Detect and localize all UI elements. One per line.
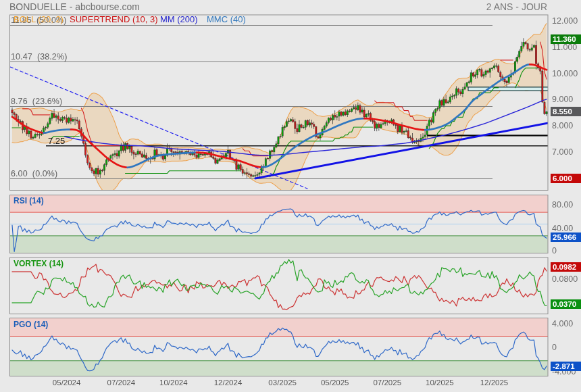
pgo-value-badge: -2.871 (551, 362, 581, 371)
fib-level-label: 8.76 (23.6%) (11, 97, 62, 106)
chart-canvas[interactable] (0, 0, 581, 392)
timeframe-label: 2 ANS - JOUR (486, 1, 547, 12)
month-axis-label: 12/2024 (213, 378, 244, 387)
month-axis-label: 07/2024 (105, 378, 136, 387)
month-axis-label: 07/2025 (372, 378, 403, 387)
rsi-axis-label: 0 (552, 246, 557, 255)
month-axis-label: 10/2025 (424, 378, 455, 387)
legend-item-mm200: MM (200) (160, 14, 198, 24)
vortex-axis-label: 0.0800 (552, 274, 578, 284)
month-axis-label: 05/2024 (51, 378, 82, 387)
legend-item-supertrend: SUPERTREND (10, 3) (70, 14, 158, 24)
pgo-axis-label: 4.000 (552, 319, 573, 328)
price-badge-last-price: 8.550 (551, 107, 581, 116)
month-axis-label: 10/2024 (158, 378, 189, 387)
vortex-panel-title: VORTEX (14) (14, 259, 64, 268)
price-badge-period-low: 6.000 (551, 174, 581, 183)
price-axis-label: 9.000 (552, 95, 573, 104)
legend-item-boll: BOLL (20, 2) (14, 14, 64, 24)
vortex-badge-vi-minus-value: 0.0982 (551, 262, 581, 272)
rsi-panel-title: RSI (14) (14, 196, 44, 205)
pgo-axis-label: 0 (552, 343, 557, 352)
rsi-axis-label: 80.00 (552, 200, 573, 210)
fib-level-label: 6.00 (0.0%) (11, 169, 57, 178)
price-axis-label: 8.000 (552, 121, 573, 130)
price-axis-label: 12.000 (552, 16, 578, 26)
instrument-title: BONDUELLE - abcbourse.com (9, 1, 140, 12)
rsi-value-badge: 25.966 (551, 232, 581, 242)
month-axis-label: 03/2025 (267, 378, 298, 387)
fib-level-label: 10.47 (38.2%) (11, 52, 67, 62)
month-axis-label: 05/2025 (320, 378, 351, 387)
month-axis-label: 12/2025 (478, 378, 509, 387)
rsi-axis-label: 40.00 (552, 224, 573, 233)
price-axis-label: 7.000 (552, 147, 573, 157)
legend-item-mmc40: MMC (40) (207, 14, 246, 24)
price-badge-period-high: 11.360 (551, 34, 581, 44)
stock-chart-app: BONDUELLE - abcbourse.com 2 ANS - JOUR B… (0, 0, 581, 392)
support-level-label: 7.25 (48, 136, 65, 146)
pgo-panel-title: PGO (14) (14, 320, 48, 329)
price-axis-label: 10.000 (552, 69, 578, 78)
vortex-badge-vi-plus-value: 0.0370 (551, 299, 581, 309)
